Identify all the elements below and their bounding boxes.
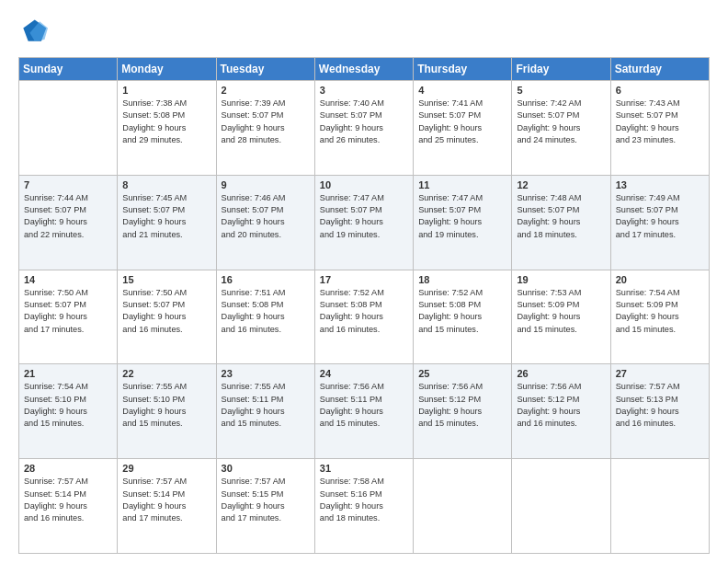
calendar-cell: 16Sunrise: 7:51 AM Sunset: 5:08 PM Dayli… — [216, 270, 314, 364]
day-info: Sunrise: 7:50 AM Sunset: 5:07 PM Dayligh… — [122, 287, 210, 336]
day-number: 19 — [517, 274, 605, 285]
calendar-cell: 23Sunrise: 7:55 AM Sunset: 5:11 PM Dayli… — [216, 364, 314, 459]
day-info: Sunrise: 7:58 AM Sunset: 5:16 PM Dayligh… — [320, 476, 408, 524]
day-info: Sunrise: 7:43 AM Sunset: 5:07 PM Dayligh… — [616, 98, 704, 146]
calendar-page: SundayMondayTuesdayWednesdayThursdayFrid… — [0, 0, 728, 563]
day-info: Sunrise: 7:52 AM Sunset: 5:08 PM Dayligh… — [320, 287, 408, 336]
weekday-header-friday: Friday — [512, 58, 610, 81]
calendar-table: SundayMondayTuesdayWednesdayThursdayFrid… — [18, 57, 710, 554]
day-number: 1 — [122, 85, 210, 96]
day-number: 22 — [122, 368, 210, 379]
calendar-cell: 27Sunrise: 7:57 AM Sunset: 5:13 PM Dayli… — [610, 364, 709, 459]
calendar-cell: 19Sunrise: 7:53 AM Sunset: 5:09 PM Dayli… — [512, 270, 610, 364]
calendar-header: SundayMondayTuesdayWednesdayThursdayFrid… — [19, 58, 710, 81]
day-number: 18 — [418, 274, 506, 285]
calendar-cell: 18Sunrise: 7:52 AM Sunset: 5:08 PM Dayli… — [414, 270, 512, 364]
day-info: Sunrise: 7:49 AM Sunset: 5:07 PM Dayligh… — [616, 192, 704, 241]
day-number: 15 — [122, 274, 210, 285]
calendar-cell: 4Sunrise: 7:41 AM Sunset: 5:07 PM Daylig… — [414, 81, 512, 176]
day-info: Sunrise: 7:47 AM Sunset: 5:07 PM Dayligh… — [418, 192, 506, 241]
calendar-cell: 15Sunrise: 7:50 AM Sunset: 5:07 PM Dayli… — [118, 270, 216, 364]
calendar-cell — [19, 81, 118, 176]
calendar-cell: 5Sunrise: 7:42 AM Sunset: 5:07 PM Daylig… — [512, 81, 610, 176]
calendar-cell: 7Sunrise: 7:44 AM Sunset: 5:07 PM Daylig… — [19, 175, 118, 270]
calendar-row: 28Sunrise: 7:57 AM Sunset: 5:14 PM Dayli… — [19, 459, 710, 554]
day-number: 23 — [222, 368, 310, 379]
day-info: Sunrise: 7:56 AM Sunset: 5:12 PM Dayligh… — [517, 381, 605, 430]
calendar-body: 1Sunrise: 7:38 AM Sunset: 5:08 PM Daylig… — [19, 81, 710, 554]
calendar-cell: 3Sunrise: 7:40 AM Sunset: 5:07 PM Daylig… — [314, 81, 413, 176]
day-number: 12 — [517, 179, 605, 190]
calendar-row: 7Sunrise: 7:44 AM Sunset: 5:07 PM Daylig… — [19, 175, 710, 270]
day-info: Sunrise: 7:57 AM Sunset: 5:15 PM Dayligh… — [222, 476, 310, 524]
day-info: Sunrise: 7:52 AM Sunset: 5:08 PM Dayligh… — [418, 287, 506, 336]
day-info: Sunrise: 7:46 AM Sunset: 5:07 PM Dayligh… — [222, 192, 310, 241]
calendar-cell — [610, 459, 709, 554]
day-number: 7 — [24, 179, 112, 190]
calendar-cell: 9Sunrise: 7:46 AM Sunset: 5:07 PM Daylig… — [216, 175, 314, 270]
day-info: Sunrise: 7:44 AM Sunset: 5:07 PM Dayligh… — [24, 192, 112, 241]
day-number: 3 — [320, 85, 408, 96]
day-info: Sunrise: 7:55 AM Sunset: 5:11 PM Dayligh… — [222, 381, 310, 430]
day-number: 30 — [222, 463, 310, 474]
calendar-cell: 11Sunrise: 7:47 AM Sunset: 5:07 PM Dayli… — [414, 175, 512, 270]
logo-icon — [18, 17, 48, 46]
day-number: 20 — [616, 274, 704, 285]
calendar-cell: 28Sunrise: 7:57 AM Sunset: 5:14 PM Dayli… — [19, 459, 118, 554]
day-number: 28 — [24, 463, 112, 474]
day-info: Sunrise: 7:39 AM Sunset: 5:07 PM Dayligh… — [222, 98, 310, 146]
weekday-header-wednesday: Wednesday — [314, 58, 413, 81]
calendar-cell: 31Sunrise: 7:58 AM Sunset: 5:16 PM Dayli… — [314, 459, 413, 554]
weekday-header-row: SundayMondayTuesdayWednesdayThursdayFrid… — [19, 58, 710, 81]
calendar-cell: 2Sunrise: 7:39 AM Sunset: 5:07 PM Daylig… — [216, 81, 314, 176]
day-number: 16 — [222, 274, 310, 285]
day-number: 24 — [320, 368, 408, 379]
day-number: 27 — [616, 368, 704, 379]
day-number: 17 — [320, 274, 408, 285]
weekday-header-saturday: Saturday — [610, 58, 709, 81]
day-number: 26 — [517, 368, 605, 379]
day-number: 6 — [616, 85, 704, 96]
calendar-cell: 29Sunrise: 7:57 AM Sunset: 5:14 PM Dayli… — [118, 459, 216, 554]
day-number: 13 — [616, 179, 704, 190]
day-number: 29 — [122, 463, 210, 474]
day-number: 4 — [418, 85, 506, 96]
day-info: Sunrise: 7:47 AM Sunset: 5:07 PM Dayligh… — [320, 192, 408, 241]
calendar-cell: 8Sunrise: 7:45 AM Sunset: 5:07 PM Daylig… — [118, 175, 216, 270]
calendar-cell: 13Sunrise: 7:49 AM Sunset: 5:07 PM Dayli… — [610, 175, 709, 270]
calendar-row: 1Sunrise: 7:38 AM Sunset: 5:08 PM Daylig… — [19, 81, 710, 176]
day-number: 10 — [320, 179, 408, 190]
day-number: 31 — [320, 463, 408, 474]
calendar-cell: 12Sunrise: 7:48 AM Sunset: 5:07 PM Dayli… — [512, 175, 610, 270]
day-number: 14 — [24, 274, 112, 285]
day-info: Sunrise: 7:54 AM Sunset: 5:09 PM Dayligh… — [616, 287, 704, 336]
calendar-cell: 30Sunrise: 7:57 AM Sunset: 5:15 PM Dayli… — [216, 459, 314, 554]
weekday-header-tuesday: Tuesday — [216, 58, 314, 81]
day-info: Sunrise: 7:56 AM Sunset: 5:11 PM Dayligh… — [320, 381, 408, 430]
day-info: Sunrise: 7:55 AM Sunset: 5:10 PM Dayligh… — [122, 381, 210, 430]
day-info: Sunrise: 7:45 AM Sunset: 5:07 PM Dayligh… — [122, 192, 210, 241]
calendar-cell: 26Sunrise: 7:56 AM Sunset: 5:12 PM Dayli… — [512, 364, 610, 459]
calendar-row: 14Sunrise: 7:50 AM Sunset: 5:07 PM Dayli… — [19, 270, 710, 364]
day-info: Sunrise: 7:50 AM Sunset: 5:07 PM Dayligh… — [24, 287, 112, 336]
day-number: 5 — [517, 85, 605, 96]
calendar-cell: 22Sunrise: 7:55 AM Sunset: 5:10 PM Dayli… — [118, 364, 216, 459]
day-info: Sunrise: 7:41 AM Sunset: 5:07 PM Dayligh… — [418, 98, 506, 146]
calendar-cell — [512, 459, 610, 554]
calendar-cell — [414, 459, 512, 554]
calendar-cell: 25Sunrise: 7:56 AM Sunset: 5:12 PM Dayli… — [414, 364, 512, 459]
day-number: 25 — [418, 368, 506, 379]
day-info: Sunrise: 7:57 AM Sunset: 5:14 PM Dayligh… — [122, 476, 210, 524]
weekday-header-thursday: Thursday — [414, 58, 512, 81]
logo — [18, 17, 51, 46]
day-info: Sunrise: 7:57 AM Sunset: 5:14 PM Dayligh… — [24, 476, 112, 524]
calendar-cell: 10Sunrise: 7:47 AM Sunset: 5:07 PM Dayli… — [314, 175, 413, 270]
calendar-cell: 14Sunrise: 7:50 AM Sunset: 5:07 PM Dayli… — [19, 270, 118, 364]
calendar-cell: 1Sunrise: 7:38 AM Sunset: 5:08 PM Daylig… — [118, 81, 216, 176]
calendar-cell: 21Sunrise: 7:54 AM Sunset: 5:10 PM Dayli… — [19, 364, 118, 459]
calendar-cell: 24Sunrise: 7:56 AM Sunset: 5:11 PM Dayli… — [314, 364, 413, 459]
calendar-cell: 17Sunrise: 7:52 AM Sunset: 5:08 PM Dayli… — [314, 270, 413, 364]
calendar-row: 21Sunrise: 7:54 AM Sunset: 5:10 PM Dayli… — [19, 364, 710, 459]
day-number: 2 — [222, 85, 310, 96]
header — [18, 17, 710, 46]
